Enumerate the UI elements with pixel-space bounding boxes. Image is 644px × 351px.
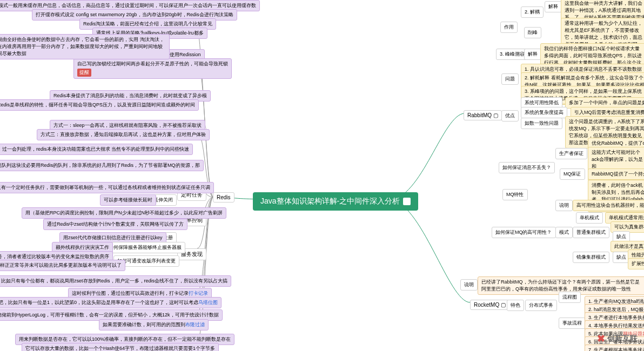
pro-l: 如数一致性问题: [521, 118, 562, 129]
peak-3: 3. 峰峰溯容: [496, 49, 528, 60]
fuzzy-ext: 如果需要准确计数，则可用的的范围到布隆过滤: [99, 319, 209, 330]
note-icon: ▢: [501, 302, 506, 308]
rabbit-use[interactable]: 作用: [500, 22, 518, 33]
hint: 解释: [524, 49, 541, 60]
hint: 解释: [545, 1, 562, 12]
bitmap-c: 本说吧，比如只有每一位是1，以此望第0，比这头部边是用率存在了一个这也好了，这时…: [0, 297, 222, 308]
freq-desc: 通过Redis中zset结构做个计N个数索支撑，关联网络可以传了方: [43, 219, 187, 230]
flow[interactable]: 流程图: [559, 292, 581, 303]
ha[interactable]: 如何保证MQ的高可用性？: [492, 227, 556, 238]
single[interactable]: 单机模式: [576, 212, 603, 224]
bitmap-a: 关系强大，比如只有每个位都有，都说说局用zset存放到Redis，用户定一多，r…: [0, 275, 231, 287]
rocket-node[interactable]: RocketMQ ▢: [470, 300, 509, 310]
mq-g[interactable]: MQ保证: [560, 168, 585, 180]
svc-keep-label[interactable]: 如何保障服务器能够终止服务器服: [105, 242, 185, 253]
steps[interactable]: 事故流程: [559, 318, 586, 329]
pros[interactable]: 优点: [501, 110, 519, 122]
timed-ext: 可以参考链接做长延时: [100, 194, 156, 206]
mq-text: RabbitMQ提供了一个持久化的机制，也就是数据写到，消费者，此时借个ack机…: [588, 168, 644, 180]
producer[interactable]: 生产者保证: [555, 148, 587, 159]
bloom-item: 它可以存放大量的数据，比如一个个Hash使64字节，布隆过滤器根就只要需要1个字…: [22, 343, 219, 351]
normal[interactable]: 普通集群模式: [573, 227, 609, 238]
note-icon: ▢: [493, 112, 498, 118]
desc-text: 简单消息队列这块没必要用Redis的队列，除非系统的好几用到了Redis，为了节…: [0, 160, 204, 171]
dist-tx[interactable]: 分布式事务: [525, 300, 557, 311]
decouple[interactable]: 2. 解耦: [521, 6, 544, 18]
svc-sub-item: 这样正正常等并未可以能去比局多更新加版本号说明可以了: [0, 260, 125, 271]
brand-logo: ✖ 创新互联: [597, 333, 638, 345]
mq-feature[interactable]: MQ特性: [502, 189, 528, 200]
ha-desc: 高可用性这块会当机器挂时，能不能保证系统的正: [573, 200, 644, 211]
mirror[interactable]: 镜像集群模式: [573, 252, 609, 263]
solution-item: 方式三：直接放弃数据，通知后端操取后再试，这也是种方案，但对用户体验: [37, 129, 210, 140]
ha-desc-l: 说明: [555, 200, 573, 211]
detached: 格格很由全好他合身使时的数据中占去内存，它会看一份的新的，实用 淘汰淘汰，当凡在…: [0, 34, 170, 59]
note-icon: [403, 198, 411, 205]
rocket-feat[interactable]: 特色: [507, 300, 524, 311]
step: 7. 生产者根据本地事务状态长送请求: [585, 345, 644, 351]
issues[interactable]: 问题: [501, 73, 519, 85]
modes[interactable]: 模式: [555, 227, 573, 238]
warn-tag: 提醒: [77, 69, 91, 77]
guarantee[interactable]: 如何保证消息不丢失？: [499, 162, 555, 173]
peak[interactable]: 削峰: [524, 27, 541, 38]
detached: 序列，过一会判处理，redis本身没决功能需案也已大很求 当然专不的处理里队列中…: [0, 144, 193, 155]
timed-desc: 最简单我只有一个定时任务执行，需要做到幂等机制的一些，可以通过各线程或者维持抢到…: [0, 182, 214, 193]
pro-l: 系统的复杂度提高: [521, 107, 567, 118]
problem-item: 由于Redis是单线程的特性，循环任务可能会导致QPS压力，以及资源日益随时间造…: [0, 99, 199, 111]
freq-use: 用（基做把RPC的调度比例控制，限制用户N少未超过N秒不能超过多少，以此应对广告…: [22, 207, 226, 219]
rabbit-node[interactable]: RabbitMQ ▢: [464, 110, 502, 120]
center-label: Java整体知识架构详解-之中间件深入分析: [260, 197, 400, 205]
center-topic[interactable]: Java整体知识架构详解-之中间件深入分析: [253, 192, 418, 211]
redis-node[interactable]: Redis: [213, 192, 234, 202]
mirror-c2: 扩展性往，同: [628, 258, 644, 269]
rocket-desc-l: 说明: [460, 279, 478, 291]
distlock-item: 自己写的加锁经过期时间两步看起分开不是原子性的，可能会导致死锁提醒: [73, 58, 232, 79]
